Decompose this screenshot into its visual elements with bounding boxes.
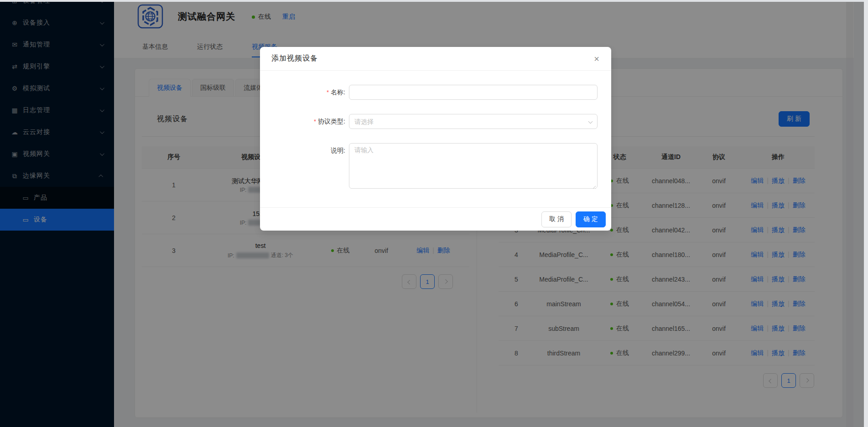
modal-footer: 取 消 确 定 xyxy=(260,207,611,231)
modal-title: 添加视频设备 xyxy=(271,54,318,63)
description-label: 说明: xyxy=(260,143,349,190)
app-screen: ⊞设备管理⊕设备接入✉通知管理⇄规则引擎⚙模拟测试▦日志管理☁云云对接▣视频网关… xyxy=(0,0,868,427)
cancel-button[interactable]: 取 消 xyxy=(541,211,572,227)
modal-body: *名称: *协议类型: 说明: xyxy=(260,71,611,190)
required-asterisk: * xyxy=(314,118,316,125)
modal-header: 添加视频设备 xyxy=(260,47,611,71)
protocol-field-row: *协议类型: xyxy=(260,114,611,129)
window-scrollbar[interactable] xyxy=(864,0,868,427)
name-input[interactable] xyxy=(349,85,598,100)
name-label: *名称: xyxy=(260,85,349,100)
close-icon[interactable]: × xyxy=(589,51,604,66)
confirm-button[interactable]: 确 定 xyxy=(576,211,606,227)
name-field-row: *名称: xyxy=(260,85,611,100)
protocol-type-label: *协议类型: xyxy=(260,114,349,129)
description-textarea[interactable] xyxy=(349,143,598,189)
description-field-row: 说明: xyxy=(260,143,611,190)
required-asterisk: * xyxy=(327,89,329,96)
add-video-device-modal: 添加视频设备 × *名称: *协议类型: 说明: xyxy=(260,47,611,231)
protocol-type-select[interactable] xyxy=(349,114,598,129)
browser-top-edge xyxy=(0,0,868,2)
